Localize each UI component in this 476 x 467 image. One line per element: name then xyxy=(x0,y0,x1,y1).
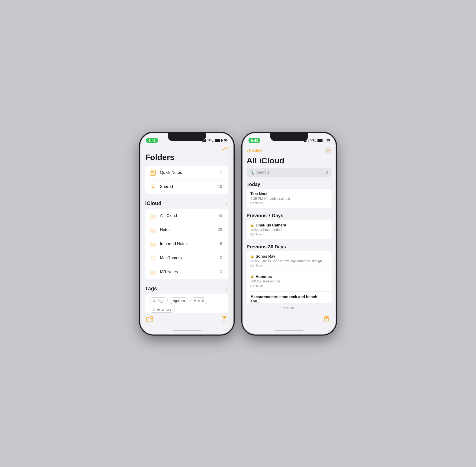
note-preview-oneplus: Shots needed xyxy=(261,228,282,232)
lock-icon-oneplus: 🔒 xyxy=(250,223,254,227)
folder-item-all-icloud[interactable]: All iCloud 45 › xyxy=(145,209,228,223)
folder-item-imported-notes[interactable]: Imported Notes 6 › xyxy=(145,237,228,251)
folder-count-imported-notes: 6 xyxy=(220,242,222,246)
compose-button-2[interactable] xyxy=(324,316,330,323)
search-bar[interactable]: 🔍 Search 🎙 xyxy=(247,168,332,177)
note-title-hummus: 🔒 Hummus xyxy=(250,274,328,279)
section-today: Today xyxy=(247,180,332,189)
note-folder-label-oneplus: Notes xyxy=(255,233,263,236)
allicloud-title: All iCloud xyxy=(243,155,336,168)
more-button[interactable]: ••• xyxy=(325,147,332,154)
note-hummus[interactable]: 🔒 Hummus 7/31/22 Red pepper Notes xyxy=(247,271,332,291)
notes-count-bar: 45 Notes xyxy=(243,303,336,313)
folder-item-mr-notes[interactable]: MR Notes 0 › xyxy=(145,265,228,279)
tag-all-tags[interactable]: All Tags xyxy=(149,298,168,304)
chevron-notes: › xyxy=(224,228,225,232)
note-preview-hummus: Red pepper xyxy=(263,279,280,283)
note-folder-oneplus: Notes xyxy=(250,233,328,236)
notes-count-text: 45 Notes xyxy=(283,306,295,310)
icloud-folders-list: All iCloud 45 › Notes 39 › xyxy=(145,209,228,279)
svg-point-3 xyxy=(152,257,154,259)
note-test-note[interactable]: Test Note 6:35 PM No additional text Not… xyxy=(247,189,332,208)
chevron-macrumors: › xyxy=(224,256,225,260)
folder-item-macrumors[interactable]: MacRumors 0 › xyxy=(145,251,228,265)
battery-icon-2 xyxy=(317,139,325,142)
quick-notes-icon xyxy=(149,169,157,176)
section-prev7days: Previous 7 Days xyxy=(247,211,332,220)
folder-count-mr-notes: 0 xyxy=(220,270,222,274)
compose-button-1[interactable] xyxy=(221,316,227,323)
folder-name-imported-notes: Imported Notes xyxy=(160,242,220,246)
note-oneplus-camera[interactable]: 🔒 OnePlus Camera 8/2/22 Shots needed Not… xyxy=(247,220,332,239)
phone-allicloud: 6:43 5GW 55 ‹ Folders ••• xyxy=(243,133,336,334)
chevron-all-icloud: › xyxy=(224,214,225,218)
notes-list: Today Test Note 6:35 PM No additional te… xyxy=(243,180,336,303)
icloud-section-title: iCloud xyxy=(145,200,161,207)
folder-count-quick-notes: 1 xyxy=(220,170,222,175)
tags-section-title: Tags xyxy=(145,285,157,292)
back-button[interactable]: ‹ Folders xyxy=(247,148,263,153)
svg-point-2 xyxy=(151,184,154,187)
battery-percent-2: 55 xyxy=(326,139,330,142)
lock-icon-hummus: 🔒 xyxy=(250,275,254,278)
folder-count-shared: 16 xyxy=(217,184,222,189)
chevron-quick-notes: › xyxy=(224,171,225,175)
battery-percent-1: 55 xyxy=(224,139,227,142)
network-label-2: 5GW xyxy=(310,138,316,143)
note-folder-label-test-note: Notes xyxy=(255,201,263,205)
note-title-oneplus: 🔒 OnePlus Camera xyxy=(250,223,328,227)
folder-count-all-icloud: 45 xyxy=(217,213,222,218)
tag-ios15[interactable]: #ios15 xyxy=(190,298,207,304)
all-icloud-folder-icon xyxy=(149,212,157,220)
search-icon: 🔍 xyxy=(250,170,254,175)
allicloud-screen: ‹ Folders ••• All iCloud 🔍 Search 🎙 Toda… xyxy=(243,145,336,334)
note-date-test-note: 6:35 PM xyxy=(250,197,263,201)
note-date-oneplus: 8/2/22 xyxy=(250,228,260,232)
note-folder-label-hummus: Notes xyxy=(255,284,263,287)
folder-name-shared: Shared xyxy=(160,184,217,189)
folder-item-notes[interactable]: Notes 39 › xyxy=(145,223,228,237)
phone-folders: 6:43 5GW 55 Edit Folders xyxy=(140,133,233,334)
macrumors-gear-icon xyxy=(149,254,157,262)
time-display-2: 6:43 xyxy=(249,138,260,143)
microphone-icon[interactable]: 🎙 xyxy=(325,170,329,175)
home-indicator-1 xyxy=(140,327,233,334)
note-preview-test-note: No additional text xyxy=(264,197,290,201)
note-folder-label-sonos: Notes xyxy=(255,264,263,267)
notch xyxy=(168,133,206,141)
battery-icon-1 xyxy=(215,139,223,142)
note-measurements[interactable]: Measurements: shoe rack and bench abo...… xyxy=(247,291,332,303)
back-label: Folders xyxy=(249,148,263,153)
note-preview-sonos: This is Sonos' new Ray soundbar, design.… xyxy=(261,259,325,263)
network-label-1: 5GW xyxy=(208,138,214,143)
folder-name-notes: Notes xyxy=(160,227,217,232)
section-prev30days: Previous 30 Days xyxy=(247,242,332,251)
note-folder-sonos: Notes xyxy=(250,264,328,267)
folders-screen: Edit Folders Quick Notes 1 xyxy=(140,145,233,334)
tags-wrap: All Tags #guides #ios15 #macrumors xyxy=(149,298,225,313)
folders-toolbar xyxy=(140,313,233,327)
edit-button[interactable]: Edit xyxy=(222,146,228,151)
folder-item-quick-notes[interactable]: Quick Notes 1 › xyxy=(145,166,228,180)
tags-section-header: Tags ⌄ xyxy=(145,284,228,294)
note-meta-hummus: 7/31/22 Red pepper xyxy=(250,279,328,283)
notch-2 xyxy=(270,133,308,141)
note-meta-test-note: 6:35 PM No additional text xyxy=(250,197,328,201)
notes-folder-icon xyxy=(149,226,157,234)
tag-guides[interactable]: #guides xyxy=(170,298,188,304)
tags-collapse-icon[interactable]: ⌄ xyxy=(225,286,228,291)
note-folder-test-note: Notes xyxy=(250,201,328,205)
icloud-collapse-icon[interactable]: ⌄ xyxy=(225,201,228,206)
folder-item-shared[interactable]: Shared 16 › xyxy=(145,180,228,194)
folders-title: Folders xyxy=(145,153,228,162)
note-sonos-ray[interactable]: 🔒 Sonos Ray 8/1/22 This is Sonos' new Ra… xyxy=(247,251,332,271)
time-display-1: 6:43 xyxy=(146,138,158,143)
folder-name-mr-notes: MR Notes xyxy=(160,270,220,274)
folder-count-notes: 39 xyxy=(217,227,222,232)
folder-name-all-icloud: All iCloud xyxy=(160,213,217,218)
folder-name-macrumors: MacRumors xyxy=(160,256,220,260)
tag-macrumors[interactable]: #macrumors xyxy=(149,306,175,313)
search-placeholder: Search xyxy=(256,170,323,175)
new-folder-button[interactable] xyxy=(146,315,153,323)
allicloud-toolbar xyxy=(243,313,336,327)
